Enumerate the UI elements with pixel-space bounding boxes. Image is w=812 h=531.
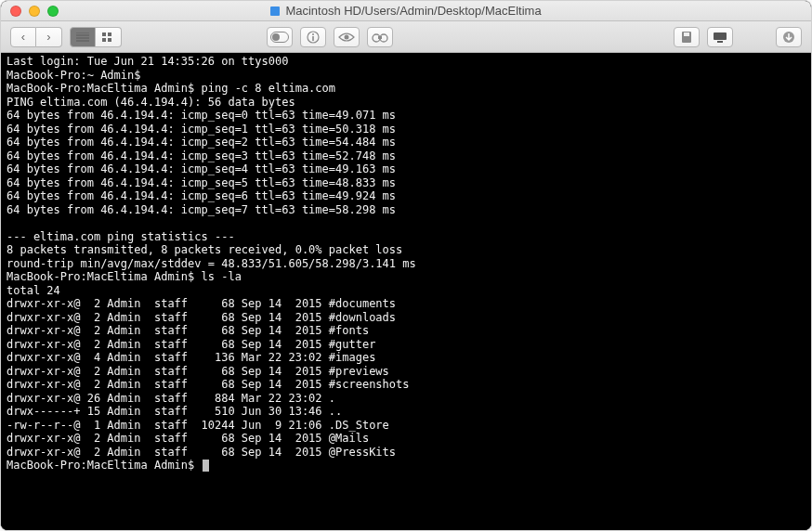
prompt-dir-3: MacBook-Pro:MacEltima Admin$ [7, 459, 202, 472]
ls-total: total 24 [7, 284, 60, 297]
prompt-dir-1: MacBook-Pro:MacEltima Admin$ [7, 82, 202, 95]
minimize-icon[interactable] [29, 6, 40, 17]
disk-icon [681, 31, 692, 44]
svg-point-3 [312, 33, 314, 35]
ping-reply: 64 bytes from 46.4.194.4: icmp_seq=4 ttl… [7, 162, 396, 175]
chevron-right-icon: › [46, 31, 50, 43]
line-last-login: Last login: Tue Jun 21 14:35:26 on ttys0… [7, 55, 288, 68]
window-title-text: Macintosh HD/Users/Admin/Desktop/MacElti… [285, 4, 541, 18]
ping-stats-hdr: --- eltima.com ping statistics --- [7, 230, 235, 243]
prompt-dir-2: MacBook-Pro:MacEltima Admin$ [7, 270, 202, 283]
chevron-left-icon: ‹ [21, 31, 25, 43]
zoom-icon[interactable] [47, 6, 59, 17]
info-icon [307, 31, 320, 44]
ping-reply: 64 bytes from 46.4.194.4: icmp_seq=2 ttl… [7, 136, 396, 149]
terminal-output[interactable]: Last login: Tue Jun 21 14:35:26 on ttys0… [1, 53, 811, 531]
ping-reply: 64 bytes from 46.4.194.4: icmp_seq=5 ttl… [7, 176, 396, 189]
titlebar: Macintosh HD/Users/Admin/Desktop/MacElti… [1, 1, 811, 21]
svg-rect-12 [717, 41, 723, 43]
binoculars-icon [372, 32, 388, 43]
toolbar: ‹ › [1, 21, 811, 53]
prompt-home: MacBook-Pro:~ Admin$ [7, 69, 148, 82]
nav-group: ‹ › [10, 27, 62, 47]
close-icon[interactable] [10, 6, 21, 17]
ping-reply: 64 bytes from 46.4.194.4: icmp_seq=3 ttl… [7, 149, 396, 162]
window-title: Macintosh HD/Users/Admin/Desktop/MacElti… [8, 4, 804, 18]
eye-icon [338, 32, 355, 43]
ls-row: drwx------+ 15 Admin staff 510 Jun 30 13… [7, 405, 342, 418]
svg-point-1 [272, 33, 280, 41]
back-button[interactable]: ‹ [10, 27, 36, 47]
info-button[interactable] [300, 27, 326, 47]
ls-row: drwxr-xr-x@ 26 Admin staff 884 Mar 22 23… [7, 392, 335, 405]
cursor [203, 460, 209, 472]
svg-rect-8 [378, 36, 382, 39]
download-icon [782, 31, 795, 44]
ls-row: drwxr-xr-x@ 2 Admin staff 68 Sep 14 2015… [7, 365, 389, 378]
preview-button[interactable] [334, 27, 360, 47]
list-icon [76, 32, 89, 42]
ls-row: drwxr-xr-x@ 2 Admin staff 68 Sep 14 2015… [7, 338, 375, 351]
cmd-ping: ping -c 8 eltima.com [202, 82, 336, 95]
svg-rect-11 [714, 32, 727, 40]
monitor-button[interactable] [707, 27, 733, 47]
ping-stats-1: 8 packets transmitted, 8 packets receive… [7, 243, 402, 256]
ls-row: drwxr-xr-x@ 2 Admin staff 68 Sep 14 2015… [7, 446, 396, 459]
ls-row: drwxr-xr-x@ 2 Admin staff 68 Sep 14 2015… [7, 324, 369, 337]
search-button[interactable] [367, 27, 393, 47]
ls-row: drwxr-xr-x@ 2 Admin staff 68 Sep 14 2015… [7, 378, 409, 391]
app-icon [270, 6, 280, 16]
view-group [70, 27, 122, 47]
ls-row: -rw-r--r--@ 1 Admin staff 10244 Jun 9 21… [7, 419, 389, 432]
ping-reply: 64 bytes from 46.4.194.4: icmp_seq=7 ttl… [7, 203, 396, 216]
ping-header: PING eltima.com (46.4.194.4): 56 data by… [7, 96, 295, 109]
svg-rect-10 [684, 32, 689, 36]
ls-row: drwxr-xr-x@ 2 Admin staff 68 Sep 14 2015… [7, 311, 396, 324]
toggle-icon [270, 32, 289, 43]
list-view-button[interactable] [70, 27, 96, 47]
svg-rect-4 [312, 36, 314, 41]
monitor-icon [713, 32, 727, 43]
ping-reply: 64 bytes from 46.4.194.4: icmp_seq=6 ttl… [7, 189, 396, 202]
app-window: Macintosh HD/Users/Admin/Desktop/MacElti… [0, 0, 812, 531]
download-button[interactable] [776, 27, 802, 47]
ls-row: drwxr-xr-x@ 4 Admin staff 136 Mar 22 23:… [7, 351, 375, 364]
ls-row: drwxr-xr-x@ 2 Admin staff 68 Sep 14 2015… [7, 297, 396, 310]
ping-stats-2: round-trip min/avg/max/stddev = 48.833/5… [7, 257, 416, 270]
forward-button[interactable]: › [36, 27, 62, 47]
disk-button[interactable] [674, 27, 700, 47]
ls-row: drwxr-xr-x@ 2 Admin staff 68 Sep 14 2015… [7, 432, 369, 445]
ping-reply: 64 bytes from 46.4.194.4: icmp_seq=0 ttl… [7, 109, 396, 122]
ping-reply: 64 bytes from 46.4.194.4: icmp_seq=1 ttl… [7, 123, 396, 136]
svg-point-5 [345, 34, 349, 39]
cmd-ls: ls -la [202, 270, 242, 283]
grid-view-button[interactable] [96, 27, 122, 47]
grid-icon [102, 32, 115, 42]
traffic-lights [10, 6, 59, 17]
toggle-button[interactable] [267, 27, 293, 47]
